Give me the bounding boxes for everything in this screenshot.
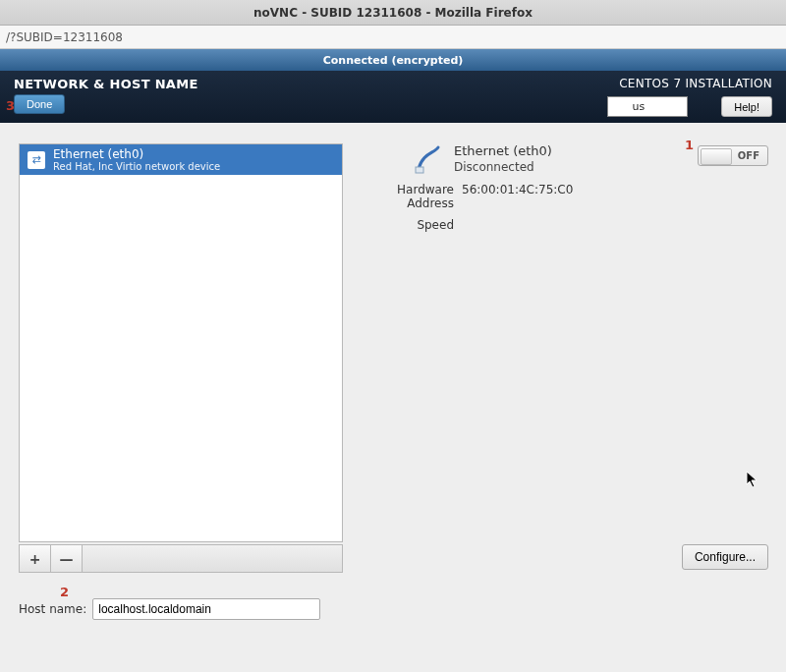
nic-list-item[interactable]: ⇄ Ethernet (eth0) Red Hat, Inc Virtio ne…	[20, 144, 342, 175]
detail-status: Disconnected	[454, 160, 552, 174]
main-content: ⇄ Ethernet (eth0) Red Hat, Inc Virtio ne…	[0, 123, 786, 672]
hostname-row: Host name:	[19, 598, 320, 620]
hw-addr-value: 56:00:01:4C:75:C0	[462, 183, 573, 210]
nic-on-off-toggle[interactable]: OFF	[698, 145, 768, 166]
ethernet-icon: ⇄	[28, 151, 45, 169]
firefox-urlbar[interactable]: /?SUBID=12311608	[0, 26, 786, 49]
done-button[interactable]: Done	[14, 94, 65, 114]
keyboard-icon: ⌨	[614, 101, 628, 112]
keyboard-layout-label: us	[632, 100, 645, 113]
ethernet-large-icon	[413, 143, 444, 175]
mouse-cursor-icon	[746, 471, 759, 488]
nic-subtitle: Red Hat, Inc Virtio network device	[53, 161, 220, 172]
novnc-status-bar: Connected (encrypted)	[0, 49, 786, 71]
window-title: noVNC - SUBID 12311608 - Mozilla Firefox	[253, 6, 533, 20]
add-nic-button[interactable]: +	[20, 545, 51, 572]
help-button[interactable]: Help!	[721, 96, 772, 117]
speed-label: Speed	[356, 218, 454, 232]
url-text: /?SUBID=12311608	[6, 30, 123, 44]
configure-button[interactable]: Configure...	[682, 544, 768, 570]
keyboard-layout-selector[interactable]: ⌨ us	[607, 96, 688, 117]
install-title: CENTOS 7 INSTALLATION	[619, 77, 772, 90]
toggle-state-label: OFF	[738, 150, 759, 161]
svg-rect-0	[416, 167, 423, 173]
hostname-label: Host name:	[19, 602, 86, 616]
annotation-2: 2	[60, 585, 69, 599]
detail-nic-name: Ethernet (eth0)	[454, 143, 552, 158]
nic-name: Ethernet (eth0)	[53, 148, 220, 161]
firefox-titlebar: noVNC - SUBID 12311608 - Mozilla Firefox	[0, 0, 786, 26]
novnc-status-text: Connected (encrypted)	[323, 54, 464, 67]
nic-detail-pane: Ethernet (eth0) Disconnected OFF Hardwar…	[352, 143, 768, 232]
hostname-input[interactable]	[92, 598, 320, 620]
anaconda-header: NETWORK & HOST NAME CENTOS 7 INSTALLATIO…	[0, 71, 786, 123]
hw-addr-label: Hardware Address	[356, 183, 454, 210]
nic-list[interactable]: ⇄ Ethernet (eth0) Red Hat, Inc Virtio ne…	[19, 143, 343, 542]
remove-nic-button[interactable]: —	[51, 545, 83, 572]
nic-toolbar: + —	[19, 544, 343, 573]
